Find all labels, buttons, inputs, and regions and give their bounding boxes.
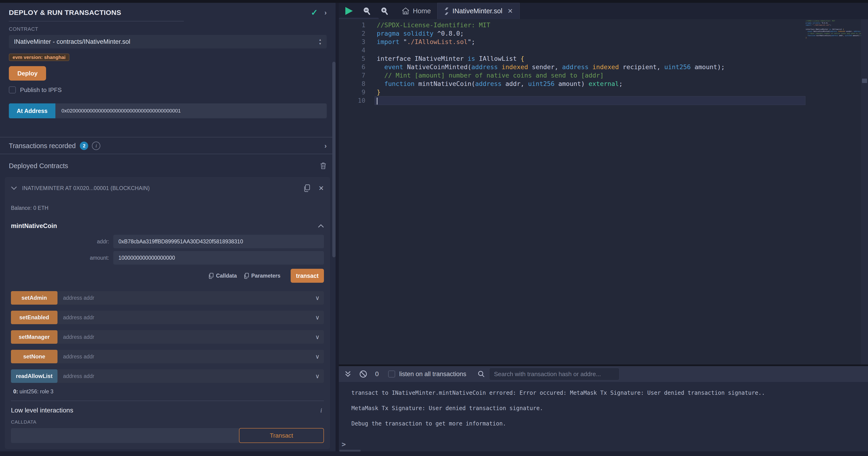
tab-file-label: INativeMinter.sol (453, 7, 502, 15)
expand-terminal-double-chevron-icon[interactable] (344, 370, 351, 378)
terminal-log-line: MetaMask Tx Signature: User denied trans… (351, 401, 863, 416)
code-line-3: 3import "./IAllowList.sol"; (339, 38, 805, 46)
editor-minimap[interactable]: //SPDX-License-Identifier: MITpragma sol… (806, 20, 861, 66)
function-row: setEnabled∨ (11, 311, 324, 324)
transactions-recorded-row[interactable]: Transactions recorded 2 i › (9, 141, 327, 151)
close-instance-icon[interactable]: ✕ (318, 184, 324, 192)
zoom-out-icon[interactable] (363, 7, 370, 15)
run-script-play-icon[interactable] (345, 7, 353, 15)
left-panel-scrollbar[interactable] (332, 62, 336, 257)
zoom-in-icon[interactable] (380, 7, 388, 15)
call-result-value: uint256: role 3 (18, 389, 53, 395)
calldata-label: CALLDATA (11, 419, 324, 425)
function-input-setManager[interactable] (58, 334, 311, 340)
function-collapse-chevron-icon[interactable] (318, 224, 324, 228)
instance-title: INATIVEMINTER AT 0X020...00001 (BLOCKCHA… (22, 185, 304, 192)
tab-home[interactable]: Home (395, 3, 437, 19)
editor-vertical-scrollbar-thumb[interactable] (862, 79, 867, 83)
publish-to-ipfs-checkbox[interactable] (9, 86, 16, 93)
copy-parameters-action[interactable]: Parameters (244, 273, 280, 279)
transact-button[interactable]: transact (291, 269, 324, 283)
function-expand-chevron-icon[interactable]: ∨ (311, 373, 324, 380)
code-line-10: 10 (339, 96, 805, 105)
section-divider (0, 137, 336, 137)
line-number: 6 (339, 63, 365, 71)
home-icon (402, 7, 409, 15)
function-expand-chevron-icon[interactable]: ∨ (311, 294, 324, 302)
function-button-setNone[interactable]: setNone (11, 350, 58, 363)
line-number: 8 (339, 80, 365, 88)
low-level-info-icon: i (320, 407, 324, 414)
clear-console-ban-icon[interactable] (359, 370, 367, 378)
code-text: pragma solidity ^0.8.0; (377, 29, 805, 38)
line-number: 9 (339, 88, 365, 96)
editor-vertical-scrollbar[interactable] (861, 19, 868, 365)
section-divider (0, 154, 336, 154)
at-address-button[interactable]: At Address (9, 104, 55, 118)
code-line-5: 5interface INativeMinter is IAllowList { (339, 55, 805, 63)
line-number: 3 (339, 38, 365, 46)
deployed-contracts-title: Deployed Contracts (9, 162, 320, 170)
terminal-prompt[interactable]: > (342, 440, 346, 448)
function-button-readAllowList[interactable]: readAllowList (11, 369, 58, 383)
expanded-function-name: mintNativeCoin (11, 222, 318, 230)
listen-all-transactions-label: listen on all transactions (399, 371, 466, 378)
param-input-amount[interactable] (113, 251, 324, 264)
at-address-row: At Address (9, 104, 327, 118)
card-divider (11, 401, 324, 401)
pending-tx-count: 0 (375, 370, 379, 378)
copy-address-icon[interactable] (304, 184, 310, 192)
line-number: 7 (339, 71, 365, 80)
function-expand-chevron-icon[interactable]: ∨ (311, 353, 324, 360)
panel-divider[interactable] (336, 3, 339, 456)
transactions-count-badge: 2 (80, 142, 88, 150)
tab-close-icon[interactable]: ✕ (507, 7, 513, 15)
function-expand-chevron-icon[interactable]: ∨ (311, 314, 324, 321)
instance-collapse-chevron-icon[interactable] (11, 186, 17, 190)
terminal-output[interactable]: transact to INativeMinter.mintNativeCoin… (339, 382, 868, 451)
terminal-pane: 0 listen on all transactions transact to… (339, 365, 868, 451)
code-lines: 1//SPDX-License-Identifier: MIT2pragma s… (339, 21, 805, 105)
panel-expand-chevron-icon[interactable]: › (324, 9, 327, 17)
copy-calldata-action[interactable]: Calldata (209, 273, 237, 279)
publish-to-ipfs-label: Publish to IPFS (20, 86, 62, 94)
code-line-7: 7 // Mint [amount] number of native coin… (339, 71, 805, 80)
function-button-setAdmin[interactable]: setAdmin (11, 291, 58, 305)
function-input-setNone[interactable] (58, 353, 311, 360)
line-number: 1 (339, 21, 365, 29)
function-input-readAllowList[interactable] (58, 373, 311, 379)
code-text: // Mint [amount] number of native coins … (377, 71, 805, 80)
code-line-4: 4 (339, 46, 805, 55)
text-cursor (377, 97, 377, 105)
terminal-horizontal-scrollbar-thumb[interactable] (339, 450, 361, 452)
function-button-setManager[interactable]: setManager (11, 330, 58, 344)
transactions-recorded-label: Transactions recorded (9, 142, 75, 150)
terminal-log: transact to INativeMinter.mintNativeCoin… (339, 382, 868, 431)
function-input-setAdmin[interactable] (58, 295, 311, 301)
code-text (377, 46, 805, 55)
at-address-input[interactable] (55, 104, 327, 118)
function-expand-chevron-icon[interactable]: ∨ (311, 334, 324, 341)
search-icon (477, 370, 485, 378)
panel-title: DEPLOY & RUN TRANSACTIONS (9, 9, 311, 17)
function-list: setAdmin∨setEnabled∨setManager∨setNone∨r… (11, 291, 324, 383)
transactions-expand-chevron-icon[interactable]: › (324, 142, 327, 150)
tab-inativeminter-sol[interactable]: INativeMinter.sol ✕ (437, 3, 520, 19)
code-editor[interactable]: 1//SPDX-License-Identifier: MIT2pragma s… (339, 19, 868, 365)
contract-select[interactable]: INativeMinter - contracts/INativeMinter.… (9, 35, 327, 49)
low-level-transact-button[interactable]: Transact (239, 428, 324, 443)
param-label-amount: amount: (11, 255, 113, 261)
deploy-button[interactable]: Deploy (9, 66, 46, 81)
function-input-setEnabled[interactable] (58, 314, 311, 321)
editor-tabbar: Home INativeMinter.sol ✕ (339, 3, 868, 19)
terminal-log-line: transact to INativeMinter.mintNativeCoin… (351, 385, 863, 401)
clear-instances-trash-icon[interactable] (320, 162, 327, 170)
listen-all-transactions-checkbox[interactable] (388, 371, 395, 377)
calldata-input[interactable] (11, 428, 239, 443)
function-button-setEnabled[interactable]: setEnabled (11, 311, 58, 324)
param-input-addr[interactable] (113, 235, 324, 248)
terminal-search-input[interactable] (489, 368, 619, 380)
contract-select-value: INativeMinter - contracts/INativeMinter.… (14, 38, 318, 46)
code-text: } (377, 88, 805, 96)
calldata-action-label: Calldata (216, 273, 237, 279)
